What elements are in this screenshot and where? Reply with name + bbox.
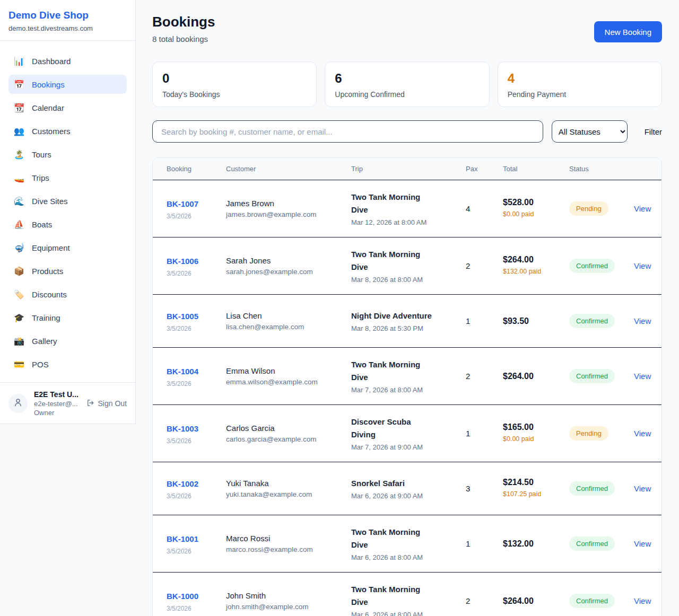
status-cell: Pending bbox=[569, 201, 634, 216]
view-link[interactable]: View bbox=[634, 204, 651, 213]
trip-cell: Snorkel Safari Mar 6, 2026 at 9:00 AM bbox=[351, 477, 466, 500]
booking-id-link[interactable]: BK-1001 bbox=[167, 533, 202, 545]
customer-name: John Smith bbox=[226, 591, 351, 600]
sidebar-item-boats[interactable]: ⛵ Boats bbox=[8, 215, 127, 234]
sidebar-item-equipment[interactable]: 🤿 Equipment bbox=[8, 238, 127, 257]
sidebar-item-products[interactable]: 📦 Products bbox=[8, 261, 127, 280]
booking-id-link[interactable]: BK-1007 bbox=[167, 198, 202, 210]
status-badge: Pending bbox=[569, 426, 608, 441]
sidebar-item-tours[interactable]: 🏝️ Tours bbox=[8, 145, 127, 164]
brand-domain: demo.test.divestreams.com bbox=[8, 24, 127, 32]
search-input[interactable] bbox=[152, 120, 543, 143]
stat-card: 6 Upcoming Confirmed bbox=[325, 61, 489, 107]
booking-id-link[interactable]: BK-1003 bbox=[167, 423, 202, 435]
sidebar-item-trips[interactable]: 🚤 Trips bbox=[8, 168, 127, 187]
customer-email: emma.wilson@example.com bbox=[226, 378, 351, 386]
stat-label: Pending Payment bbox=[508, 90, 652, 99]
sidebar-item-label: Dashboard bbox=[32, 57, 71, 66]
customer-cell: Yuki Tanaka yuki.tanaka@example.com bbox=[226, 479, 351, 498]
booking-id-link[interactable]: BK-1005 bbox=[167, 310, 202, 323]
sidebar-item-bookings[interactable]: 📅 Bookings bbox=[8, 75, 127, 94]
paid-amount: $0.00 paid bbox=[503, 435, 544, 444]
sidebar-item-icon: 📸 bbox=[14, 336, 24, 346]
sidebar-item-icon: 📆 bbox=[14, 103, 24, 113]
sidebar-item-dive-sites[interactable]: 🌊 Dive Sites bbox=[8, 191, 127, 210]
customer-email: lisa.chen@example.com bbox=[226, 323, 351, 331]
actions-cell: View bbox=[634, 429, 661, 438]
sidebar-item-calendar[interactable]: 📆 Calendar bbox=[8, 98, 127, 117]
logout-icon bbox=[86, 399, 95, 409]
sidebar-item-label: Gallery bbox=[32, 337, 57, 346]
customer-name: Carlos Garcia bbox=[226, 424, 351, 433]
customer-cell: Lisa Chen lisa.chen@example.com bbox=[226, 311, 351, 331]
sidebar-item-label: Calendar bbox=[32, 103, 64, 112]
status-badge: Confirmed bbox=[569, 314, 615, 328]
page-header-text: Bookings 8 total bookings bbox=[152, 14, 215, 43]
view-link[interactable]: View bbox=[634, 316, 651, 325]
sidebar-item-pos[interactable]: 💳 POS bbox=[8, 355, 127, 374]
pax-cell: 1 bbox=[466, 429, 503, 438]
view-link[interactable]: View bbox=[634, 484, 651, 493]
status-cell: Confirmed bbox=[569, 536, 634, 551]
sidebar-item-label: Tours bbox=[32, 150, 51, 159]
filter-button[interactable]: Filter bbox=[645, 127, 662, 136]
booking-id-link[interactable]: BK-1000 bbox=[167, 590, 202, 603]
sidebar-nav: 📊 Dashboard 📅 Bookings 📆 Calendar 👥 Cust… bbox=[0, 41, 135, 382]
user-icon bbox=[13, 398, 23, 409]
trip-datetime: Mar 7, 2026 at 8:00 AM bbox=[351, 386, 466, 394]
actions-cell: View bbox=[634, 484, 661, 494]
sidebar-item-label: Products bbox=[32, 267, 63, 276]
booking-id-link[interactable]: BK-1002 bbox=[167, 478, 202, 490]
table-row: BK-1002 3/5/2026 Yuki Tanaka yuki.tanaka… bbox=[153, 462, 661, 515]
sidebar-item-dashboard[interactable]: 📊 Dashboard bbox=[8, 51, 127, 71]
sidebar-item-icon: 🎓 bbox=[14, 313, 24, 323]
stat-label: Today's Bookings bbox=[162, 90, 307, 99]
booking-date: 3/5/2026 bbox=[167, 213, 226, 220]
sidebar-item-discounts[interactable]: 🏷️ Discounts bbox=[8, 285, 127, 304]
sidebar-item-label: POS bbox=[32, 360, 49, 369]
sidebar-item-customers[interactable]: 👥 Customers bbox=[8, 121, 127, 140]
status-badge: Confirmed bbox=[569, 594, 615, 608]
sidebar-item-icon: 🚤 bbox=[14, 173, 24, 183]
total-cell: $214.50 $107.25 paid bbox=[503, 478, 569, 499]
trip-name: Two Tank Morning Dive bbox=[351, 583, 436, 609]
trip-name: Two Tank Morning Dive bbox=[351, 248, 436, 274]
booking-id-link[interactable]: BK-1004 bbox=[167, 365, 202, 378]
customer-cell: John Smith john.smith@example.com bbox=[226, 591, 351, 611]
status-select[interactable]: All Statuses bbox=[552, 120, 628, 143]
sidebar-item-gallery[interactable]: 📸 Gallery bbox=[8, 331, 127, 350]
booking-id-link[interactable]: BK-1006 bbox=[167, 255, 202, 268]
table-body: BK-1007 3/5/2026 James Brown james.brown… bbox=[153, 180, 661, 616]
booking-date: 3/5/2026 bbox=[167, 437, 226, 445]
status-badge: Pending bbox=[569, 201, 608, 216]
customer-name: Emma Wilson bbox=[226, 366, 351, 375]
view-link[interactable]: View bbox=[634, 429, 651, 438]
trip-cell: Discover Scuba Diving Mar 7, 2026 at 9:0… bbox=[351, 416, 466, 451]
status-cell: Confirmed bbox=[569, 314, 634, 328]
paid-amount: $0.00 paid bbox=[503, 210, 544, 219]
pax-cell: 2 bbox=[466, 261, 503, 270]
new-booking-button[interactable]: New Booking bbox=[594, 21, 662, 42]
view-link[interactable]: View bbox=[634, 372, 651, 381]
booking-cell: BK-1005 3/5/2026 bbox=[167, 310, 226, 332]
stat-card: 4 Pending Payment bbox=[498, 61, 662, 107]
customer-cell: Marco Rossi marco.rossi@example.com bbox=[226, 534, 351, 553]
view-link[interactable]: View bbox=[634, 539, 651, 548]
sidebar-item-training[interactable]: 🎓 Training bbox=[8, 308, 127, 327]
total-amount: $264.00 bbox=[503, 255, 569, 265]
sidebar-item-label: Dive Sites bbox=[32, 197, 68, 206]
pax-cell: 1 bbox=[466, 539, 503, 548]
sidebar: Demo Dive Shop demo.test.divestreams.com… bbox=[0, 0, 136, 424]
sign-out-button[interactable]: Sign Out bbox=[86, 399, 127, 409]
table-row: BK-1004 3/5/2026 Emma Wilson emma.wilson… bbox=[153, 347, 661, 404]
view-link[interactable]: View bbox=[634, 596, 651, 605]
customer-cell: Emma Wilson emma.wilson@example.com bbox=[226, 366, 351, 386]
view-link[interactable]: View bbox=[634, 261, 651, 270]
sidebar-item-icon: 📦 bbox=[14, 266, 24, 276]
customer-email: carlos.garcia@example.com bbox=[226, 435, 351, 443]
sidebar-item-label: Bookings bbox=[32, 80, 65, 89]
stat-label: Upcoming Confirmed bbox=[335, 90, 479, 99]
customer-email: yuki.tanaka@example.com bbox=[226, 490, 351, 498]
trip-cell: Night Dive Adventure Mar 8, 2026 at 5:30… bbox=[351, 310, 466, 332]
customer-name: Sarah Jones bbox=[226, 256, 351, 265]
